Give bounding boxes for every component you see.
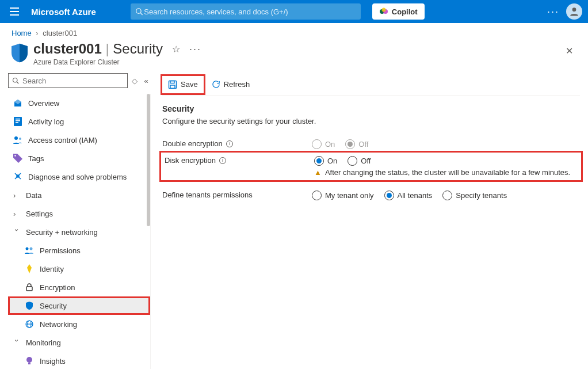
field-tenants-permissions: Define tenants permissions My tenant onl… <box>162 187 580 204</box>
tenants-my-tenant-radio[interactable]: My tenant only <box>312 191 374 200</box>
disk-encryption-label: Disk encryption <box>165 156 216 165</box>
warning-icon: ▲ <box>314 168 322 177</box>
resource-title: cluster001 | Security <box>33 41 163 57</box>
user-avatar[interactable] <box>566 3 582 20</box>
access-control-icon <box>13 135 22 144</box>
info-icon[interactable]: i <box>219 157 226 164</box>
nav-item-permissions[interactable]: Permissions <box>8 241 150 260</box>
nav-group-monitoring[interactable]: › Monitoring <box>8 333 150 352</box>
disk-encryption-off-radio[interactable]: Off <box>348 156 371 166</box>
nav-item-identity[interactable]: Identity <box>8 260 150 278</box>
field-disk-encryption: Disk encryption i On Off ▲ After changin… <box>162 154 580 179</box>
nav-search[interactable] <box>8 73 128 88</box>
favorite-button[interactable]: ☆ <box>172 44 180 55</box>
resource-type-label: Azure Data Explorer Cluster <box>33 58 201 66</box>
svg-point-19 <box>26 248 29 250</box>
refresh-icon <box>212 80 220 89</box>
double-encryption-label: Double encryption <box>162 139 223 148</box>
menu-toggle-button[interactable] <box>6 7 23 16</box>
collapse-nav-button[interactable]: « <box>142 77 151 85</box>
brand-label[interactable]: Microsoft Azure <box>31 7 96 17</box>
tenants-label: Define tenants permissions <box>162 191 253 199</box>
global-search[interactable] <box>131 3 361 20</box>
global-header: Microsoft Azure Copilot ··· <box>0 0 588 23</box>
permissions-icon <box>25 246 34 255</box>
nav-item-tags[interactable]: Tags <box>8 149 150 168</box>
svg-rect-0 <box>10 7 19 9</box>
overview-icon <box>13 98 22 108</box>
nav-item-diagnose[interactable]: Diagnose and solve problems <box>8 168 150 186</box>
content-toolbar: Save Refresh <box>162 73 580 96</box>
svg-point-15 <box>14 136 18 140</box>
svg-point-17 <box>14 155 16 157</box>
disk-encryption-warning: ▲ After changing the status, the cluster… <box>314 168 570 177</box>
double-encryption-off-radio: Off <box>345 139 368 149</box>
lock-icon <box>25 283 34 292</box>
svg-rect-11 <box>14 117 22 126</box>
header-more-button[interactable]: ··· <box>189 43 201 55</box>
pin-button[interactable]: ◇ <box>130 77 139 85</box>
info-icon[interactable]: i <box>226 140 233 147</box>
shield-icon <box>12 43 28 63</box>
double-encryption-on-radio: On <box>312 139 335 149</box>
nav-item-access-control[interactable]: Access control (IAM) <box>8 131 150 149</box>
main-content: Save Refresh Security Configure the secu… <box>151 73 588 369</box>
tags-icon <box>13 154 22 163</box>
copilot-label: Copilot <box>392 7 418 16</box>
nav-group-settings[interactable]: › Settings <box>8 204 150 223</box>
svg-point-3 <box>136 9 140 13</box>
svg-point-8 <box>572 7 576 12</box>
nav-item-insights[interactable]: Insights <box>8 352 150 369</box>
svg-rect-14 <box>16 122 18 123</box>
tenants-all-tenants-radio[interactable]: All tenants <box>384 191 433 200</box>
networking-icon <box>25 319 34 329</box>
svg-line-10 <box>17 82 18 83</box>
save-button[interactable]: Save <box>162 76 204 93</box>
nav-item-security[interactable]: Security <box>8 296 150 315</box>
nav-group-data[interactable]: › Data <box>8 186 150 204</box>
nav-scrollbar[interactable] <box>147 94 150 226</box>
chevron-down-icon: › <box>13 339 21 346</box>
hamburger-icon <box>10 7 19 16</box>
page-header: cluster001 | Security ☆ ··· Azure Data E… <box>0 40 588 70</box>
svg-point-20 <box>30 248 33 250</box>
diagnose-icon <box>13 172 22 181</box>
svg-rect-28 <box>170 81 174 83</box>
nav-item-networking[interactable]: Networking <box>8 315 150 333</box>
refresh-button[interactable]: Refresh <box>206 76 256 93</box>
svg-line-4 <box>140 13 142 15</box>
svg-rect-29 <box>170 85 175 89</box>
close-blade-button[interactable]: ✕ <box>566 45 573 56</box>
shield-icon <box>25 301 34 310</box>
disk-encryption-on-radio[interactable]: On <box>314 156 337 166</box>
nav-item-activity-log[interactable]: Activity log <box>8 112 150 131</box>
svg-rect-13 <box>16 120 20 121</box>
nav-item-encryption[interactable]: Encryption <box>8 278 150 296</box>
svg-point-7 <box>381 8 385 12</box>
section-description: Configure the security settings for your… <box>162 117 580 125</box>
chevron-right-icon: › <box>13 191 20 200</box>
person-icon <box>568 6 580 17</box>
breadcrumb-current[interactable]: cluster001 <box>43 29 77 37</box>
chevron-down-icon: › <box>13 229 21 235</box>
resource-nav: ◇ « Overview Activity log Access control… <box>8 73 151 369</box>
chevron-right-icon: › <box>13 210 20 218</box>
svg-point-16 <box>19 138 21 140</box>
nav-search-input[interactable] <box>21 76 124 86</box>
global-search-input[interactable] <box>143 7 356 17</box>
save-icon <box>168 80 177 89</box>
svg-rect-26 <box>28 363 30 364</box>
identity-icon <box>25 264 34 273</box>
breadcrumb-home[interactable]: Home <box>12 29 32 37</box>
svg-rect-21 <box>26 287 32 291</box>
svg-rect-2 <box>10 14 19 16</box>
copilot-button[interactable]: Copilot <box>372 3 425 20</box>
chevron-right-icon: › <box>36 29 38 37</box>
breadcrumb: Home › cluster001 <box>0 23 588 40</box>
top-more-button[interactable]: ··· <box>547 6 559 18</box>
tenants-specify-radio[interactable]: Specify tenants <box>442 191 507 200</box>
nav-group-security-networking[interactable]: › Security + networking <box>8 223 150 241</box>
field-double-encryption: Double encryption i On Off <box>162 136 580 153</box>
nav-item-overview[interactable]: Overview <box>8 94 150 112</box>
activity-log-icon <box>13 117 22 126</box>
